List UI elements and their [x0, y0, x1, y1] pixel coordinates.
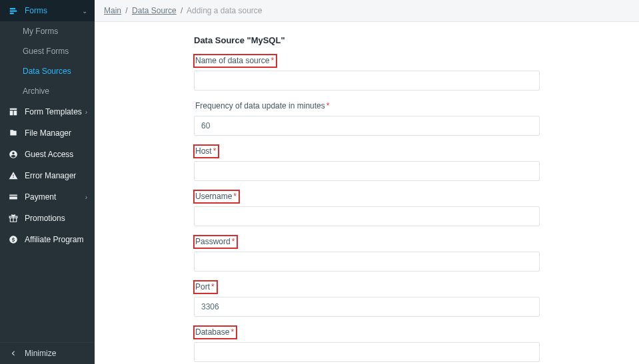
- breadcrumb-current: Adding a data source: [187, 6, 262, 15]
- required-star: *: [232, 237, 235, 246]
- password-input[interactable]: [194, 252, 540, 272]
- required-star: *: [271, 56, 274, 65]
- chevron-right-icon: ›: [85, 194, 87, 201]
- required-star: *: [211, 282, 215, 291]
- chevron-down-icon: ⌄: [82, 7, 87, 15]
- port-input[interactable]: [194, 297, 540, 317]
- frequency-input[interactable]: [194, 116, 540, 136]
- nav-label: Error Manager: [25, 171, 76, 180]
- database-input[interactable]: [194, 342, 540, 362]
- sidebar: Forms⌄My FormsGuest FormsData SourcesArc…: [0, 0, 95, 364]
- nav-item-form-templates[interactable]: Form Templates›: [0, 101, 95, 122]
- scroll-area[interactable]: Data Source "MySQL" Name of data source*…: [95, 22, 639, 364]
- content-area: Main / Data Source / Adding a data sourc…: [95, 0, 639, 364]
- name-input[interactable]: [194, 71, 540, 91]
- nav-label: Guest Access: [25, 150, 73, 159]
- database-label: Database*: [194, 326, 237, 339]
- nav-label: Payment: [25, 192, 56, 202]
- nav-item-forms[interactable]: Forms⌄: [0, 0, 95, 21]
- username-label: Username*: [194, 190, 239, 203]
- subnav-item-archive[interactable]: Archive: [0, 81, 95, 101]
- breadcrumb-data-source[interactable]: Data Source: [132, 6, 177, 15]
- required-star: *: [326, 101, 330, 110]
- required-star: *: [231, 327, 234, 337]
- nav-label: File Manager: [25, 128, 71, 138]
- port-label: Port*: [194, 281, 217, 293]
- host-label: Host*: [194, 145, 219, 158]
- nav-label: Forms: [25, 6, 47, 15]
- required-star: *: [233, 192, 237, 201]
- password-label: Password*: [194, 236, 237, 248]
- file-icon: [7, 128, 19, 138]
- payment-icon: [7, 192, 19, 202]
- error-icon: [7, 171, 19, 180]
- page-title: Data Source "MySQL": [194, 35, 540, 45]
- nav-label: Form Templates: [25, 107, 82, 116]
- nav-item-error-manager[interactable]: Error Manager: [0, 165, 95, 186]
- subnav-item-data-sources[interactable]: Data Sources: [0, 61, 95, 81]
- minimize-button[interactable]: Minimize: [0, 343, 95, 364]
- guest-icon: [7, 150, 19, 159]
- forms-icon: [7, 6, 19, 15]
- breadcrumb-sep: /: [179, 6, 185, 15]
- subnav-item-guest-forms[interactable]: Guest Forms: [0, 41, 95, 61]
- breadcrumb-sep: /: [123, 6, 129, 15]
- nav-item-payment[interactable]: Payment›: [0, 186, 95, 208]
- gift-icon: [7, 214, 19, 223]
- breadcrumb: Main / Data Source / Adding a data sourc…: [95, 0, 639, 22]
- required-star: *: [213, 146, 217, 156]
- subnav-item-my-forms[interactable]: My Forms: [0, 21, 95, 41]
- templates-icon: [7, 107, 19, 116]
- breadcrumb-main[interactable]: Main: [104, 6, 121, 15]
- nav-item-promotions[interactable]: Promotions: [0, 208, 95, 229]
- chevron-right-icon: ›: [85, 108, 87, 116]
- chevron-left-icon: [7, 349, 19, 358]
- nav-label: Affiliate Program: [25, 235, 83, 244]
- minimize-label: Minimize: [25, 349, 56, 358]
- nav-item-guest-access[interactable]: Guest Access: [0, 144, 95, 165]
- frequency-label: Frequency of data update in minutes*: [194, 100, 332, 112]
- host-input[interactable]: [194, 161, 540, 181]
- nav-item-affiliate-program[interactable]: Affiliate Program: [0, 229, 95, 250]
- username-input[interactable]: [194, 206, 540, 226]
- nav-label: Promotions: [25, 214, 65, 223]
- nav-item-file-manager[interactable]: File Manager: [0, 122, 95, 144]
- dollar-icon: [7, 235, 19, 244]
- name-label: Name of data source*: [194, 55, 277, 67]
